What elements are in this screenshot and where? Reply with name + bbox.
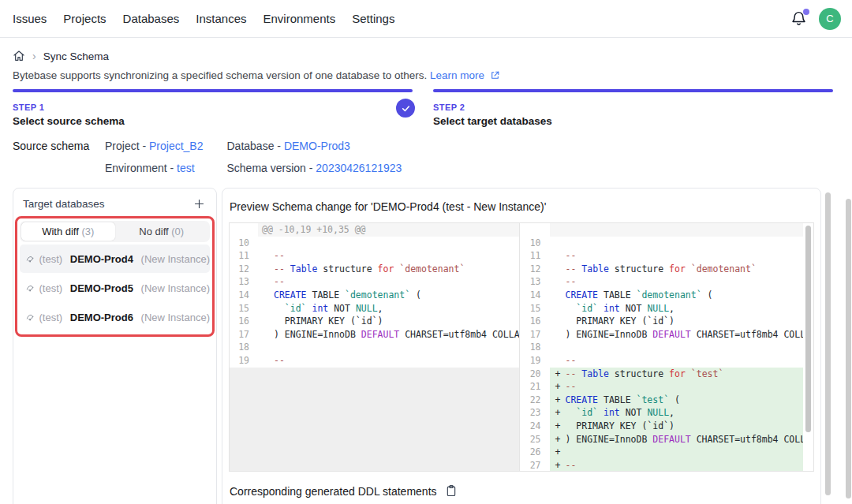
source-schema-fields: Project - Project_B2Environment - testDa… <box>105 140 425 174</box>
step-complete-check-icon <box>396 99 415 118</box>
line-number: 27 <box>520 459 550 471</box>
line-code: +CREATE TABLE `test` ( <box>550 394 804 407</box>
line-number: 13 <box>230 275 258 289</box>
nav-item-environments[interactable]: Environments <box>263 12 335 25</box>
source-field-name: Database - <box>227 140 284 152</box>
intro-text: Bytebase supports synchronizing a specif… <box>0 62 852 81</box>
line-code: ) ENGINE=InnoDB DEFAULT CHARSET=utf8mb4 … <box>550 328 804 342</box>
tab-no-diff[interactable]: No diff (0) <box>115 222 209 241</box>
line-code: `id` int NOT NULL, <box>550 302 804 315</box>
added-marker: + <box>555 433 561 446</box>
stepper: STEP 1 Select source schema STEP 2 Selec… <box>0 81 852 127</box>
step-1-title: Select source schema <box>13 115 413 127</box>
diff-line: 19-- <box>230 354 519 368</box>
schema-diff-editor[interactable]: @@ -10,19 +10,35 @@1011--12-- Table stru… <box>229 222 814 472</box>
line-number: 14 <box>230 289 258 302</box>
diff-line: 18 <box>520 341 804 354</box>
diff-filter-tabs: With diff (3)No diff (0) <box>20 221 210 242</box>
line-code: -- <box>258 354 519 368</box>
db-row-demo-prod4[interactable]: (test) DEMO-Prod4 (New Instance) <box>20 245 210 273</box>
diff-pane-original: @@ -10,19 +10,35 @@1011--12-- Table stru… <box>230 223 520 471</box>
db-name: DEMO-Prod5 <box>67 282 133 294</box>
tab-with-diff[interactable]: With diff (3) <box>21 222 115 241</box>
added-marker: + <box>555 406 561 420</box>
step-1-bar <box>13 89 413 92</box>
diff-filler-region <box>230 368 519 471</box>
line-code: `id` int NOT NULL, <box>258 302 519 315</box>
target-databases-title: Target databases <box>23 198 105 210</box>
main-menu: IssuesProjectsDatabasesInstancesEnvironm… <box>13 12 394 25</box>
diff-line: 22+CREATE TABLE `test` ( <box>520 394 804 407</box>
copy-icon[interactable] <box>445 484 458 498</box>
line-code: -- <box>258 249 519 263</box>
diff-line: 10 <box>520 237 804 250</box>
db-row-demo-prod6[interactable]: (test) DEMO-Prod6 (New Instance) <box>20 303 210 331</box>
source-field-name: Schema version - <box>227 162 316 174</box>
hunk-header-text: @@ -10,19 +10,35 @@ <box>258 223 519 237</box>
preview-title: Preview Schema change for 'DEMO-Prod4 (t… <box>230 200 814 213</box>
panel-scrollbar[interactable] <box>825 192 831 495</box>
avatar[interactable]: C <box>819 8 841 30</box>
diff-line: 19-- <box>520 354 804 368</box>
line-number: 17 <box>230 328 258 342</box>
line-number: 13 <box>520 275 550 289</box>
breadcrumb: › Sync Schema <box>0 38 852 62</box>
source-link-test[interactable]: test <box>177 162 195 174</box>
tab-label: No diff <box>139 226 171 237</box>
line-code <box>258 237 519 250</box>
line-code: + PRIMARY KEY (`id`) <box>550 420 804 433</box>
highlight-annotation-box: With diff (3)No diff (0) (test) DEMO-Pro… <box>15 216 215 337</box>
nav-item-projects[interactable]: Projects <box>63 12 106 25</box>
diff-line: 12-- Table structure for `demotenant` <box>230 263 519 276</box>
nav-item-instances[interactable]: Instances <box>196 12 246 25</box>
line-number: 12 <box>520 263 550 276</box>
page-scrollbar[interactable] <box>846 199 851 498</box>
tab-label: With diff <box>42 226 81 237</box>
editor-scrollbar[interactable] <box>803 223 813 471</box>
source-field-schema-version: Schema version - 20230426121923 <box>227 162 426 174</box>
source-link-project-b2[interactable]: Project_B2 <box>149 140 203 152</box>
db-environment: (test) <box>39 282 63 294</box>
line-number: 11 <box>230 249 258 263</box>
step-2: STEP 2 Select target databases <box>433 89 833 127</box>
breadcrumb-separator: › <box>32 50 36 62</box>
nav-item-settings[interactable]: Settings <box>352 12 394 25</box>
plus-icon <box>193 198 205 210</box>
diff-line: 20+-- Table structure for `test` <box>520 368 804 381</box>
step-2-title: Select target databases <box>433 115 833 127</box>
nav-item-issues[interactable]: Issues <box>13 12 47 25</box>
line-code: + `id` int NOT NULL, <box>550 406 804 420</box>
step-2-label: STEP 2 <box>433 103 833 112</box>
source-link-demo-prod3[interactable]: DEMO-Prod3 <box>284 140 350 152</box>
source-schema-label: Source schema <box>13 140 105 174</box>
step-1-label: STEP 1 <box>13 103 413 112</box>
diff-line: 17) ENGINE=InnoDB DEFAULT CHARSET=utf8mb… <box>520 328 804 342</box>
diff-line: 23+ `id` int NOT NULL, <box>520 406 804 420</box>
line-code: +-- <box>550 459 804 471</box>
nav-item-databases[interactable]: Databases <box>123 12 180 25</box>
notifications-button[interactable] <box>790 10 808 28</box>
diff-line: 18 <box>230 341 519 354</box>
added-marker: + <box>555 420 561 433</box>
db-name: DEMO-Prod6 <box>67 312 133 323</box>
line-number: 12 <box>230 263 258 276</box>
main-content: Target databases With diff (3)No diff (0… <box>0 188 852 504</box>
line-number: 26 <box>520 446 550 459</box>
diff-line: 16 PRIMARY KEY (`id`) <box>520 315 804 328</box>
home-icon[interactable] <box>13 50 25 62</box>
external-link-icon[interactable] <box>490 70 500 80</box>
add-target-database-button[interactable] <box>191 196 207 211</box>
target-database-list: (test) DEMO-Prod4 (New Instance) (test) … <box>20 245 210 331</box>
line-number: 22 <box>520 394 550 407</box>
line-code: -- Table structure for `demotenant` <box>550 263 804 276</box>
source-field-name: Environment - <box>105 162 177 174</box>
diff-line: 21+-- <box>520 380 804 394</box>
editor-scrollbar-thumb[interactable] <box>805 226 811 432</box>
line-number: 18 <box>230 341 258 354</box>
diff-line: 26+ <box>520 446 804 459</box>
line-code: PRIMARY KEY (`id`) <box>258 315 519 328</box>
learn-more-link[interactable]: Learn more <box>430 69 484 81</box>
source-link-20230426121923[interactable]: 20230426121923 <box>316 162 402 174</box>
db-row-demo-prod5[interactable]: (test) DEMO-Prod5 (New Instance) <box>20 274 210 302</box>
line-number: 18 <box>520 341 550 354</box>
